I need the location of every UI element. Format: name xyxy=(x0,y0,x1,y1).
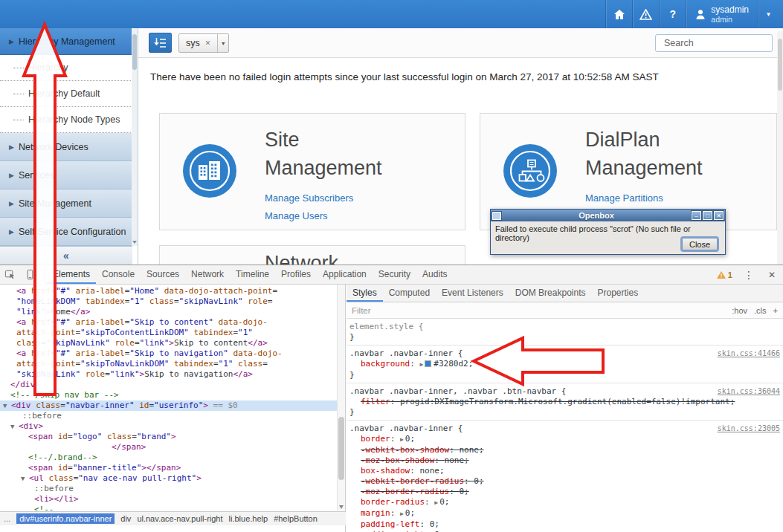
dom-tree-line[interactable]: <a href="#" aria-label="Skip to content"… xyxy=(0,317,337,328)
link-manage-users[interactable]: Manage Users xyxy=(265,207,353,225)
dom-tree-line[interactable]: ::before xyxy=(0,484,337,494)
scrollbar-thumb[interactable] xyxy=(338,417,344,480)
dom-tree-line[interactable]: ▼<div class="navbar-inner" id="userinfo"… xyxy=(0,400,337,411)
new-style-rule-button[interactable]: + xyxy=(773,306,778,315)
sidebar-item-hierarchy-management[interactable]: ▶ Hierarchy Management xyxy=(0,28,132,55)
dom-tree-line[interactable]: ::before xyxy=(0,411,337,421)
expand-arrow-icon[interactable]: ▶ xyxy=(400,436,404,443)
pseudo-state-toggle[interactable]: :hov xyxy=(732,306,747,315)
style-property[interactable]: margin: ▶0; xyxy=(349,508,780,519)
close-window-button[interactable]: ✕ xyxy=(714,211,724,220)
tab-dropdown[interactable]: ▼ xyxy=(217,34,228,52)
style-property[interactable]: -webkit-border-radius: 0; xyxy=(349,476,780,487)
device-toolbar-icon[interactable] xyxy=(20,269,40,280)
sidebar-item-network-devices[interactable]: ▶ Network Devices xyxy=(0,133,132,161)
dom-tree-line[interactable]: ▼<div> xyxy=(0,421,337,432)
expand-arrow-icon[interactable]: ▶ xyxy=(419,361,423,368)
dom-tree-line[interactable]: <a href="#" aria-label="Skip to navigati… xyxy=(0,348,337,359)
sidebar-item-hierarchy-default[interactable]: Hierarchy Default xyxy=(0,81,132,107)
dom-tree-line[interactable]: </div> xyxy=(0,380,337,390)
main-scrollbar[interactable] xyxy=(777,31,783,265)
style-property[interactable]: border-radius: ▶0; xyxy=(349,497,780,508)
rule-selector[interactable]: element.style { xyxy=(349,322,780,332)
dom-tree-line[interactable]: "link">Home</a> xyxy=(0,307,337,317)
breadcrumb-item[interactable]: li.blue.help xyxy=(229,514,268,523)
style-property[interactable]: border: ▶0; xyxy=(349,434,780,445)
expand-arrow-icon[interactable]: ▶ xyxy=(400,510,404,517)
breadcrumb-item[interactable]: ul.nav.ace-nav.pull-right xyxy=(137,514,222,523)
breadcrumb-item[interactable]: div xyxy=(120,514,131,523)
styles-subtab-styles[interactable]: Styles xyxy=(347,285,383,302)
rule-selector[interactable]: .navbar .navbar-inner { xyxy=(349,348,712,359)
link-manage-subscribers[interactable]: Manage Subscribers xyxy=(265,189,353,207)
breadcrumb-overflow[interactable]: ... xyxy=(4,514,10,523)
devtools-tab-console[interactable]: Console xyxy=(96,265,141,284)
devtools-tab-security[interactable]: Security xyxy=(373,265,416,284)
dom-tree-line[interactable]: <!-- xyxy=(0,505,337,510)
help-button[interactable]: ? xyxy=(659,0,686,28)
styles-subtab-computed[interactable]: Computed xyxy=(383,285,436,302)
search-input[interactable] xyxy=(664,38,783,48)
dom-tree-line[interactable]: <span id="banner-title"></span> xyxy=(0,463,337,473)
elements-scrollbar[interactable] xyxy=(337,285,345,510)
stylesheet-link[interactable]: skin.css:36044 xyxy=(718,386,780,397)
link-manage-partitions[interactable]: Manage Partitions xyxy=(585,189,663,207)
styles-subtab-properties[interactable]: Properties xyxy=(591,285,644,302)
user-menu-caret[interactable]: ▼ xyxy=(758,0,779,28)
sidebar-item-hierarchy[interactable]: Hierarchy xyxy=(0,55,132,81)
stylesheet-link[interactable]: skin.css:41466 xyxy=(718,348,780,359)
devtools-tab-profiles[interactable]: Profiles xyxy=(275,265,317,284)
dialog-titlebar[interactable]: Openbox – □ ✕ xyxy=(491,210,725,221)
expand-arrow-icon[interactable]: ▶ xyxy=(434,499,438,506)
tab-sys[interactable]: sys ✕ ▼ xyxy=(178,33,229,53)
minimize-button[interactable]: – xyxy=(692,211,701,220)
dom-tree-line[interactable]: attach-point="skipToContentLinkDOM" tabi… xyxy=(0,328,337,338)
dom-tree-line[interactable]: </span> xyxy=(0,442,337,452)
styles-subtab-event-listeners[interactable]: Event Listeners xyxy=(436,285,509,302)
devtools-tab-elements[interactable]: Elements xyxy=(47,265,96,284)
style-property[interactable]: box-shadow: none; xyxy=(349,466,780,476)
scrollbar-thumb[interactable] xyxy=(778,39,782,91)
dom-tree-line[interactable]: <span id="logo" class="brand"> xyxy=(0,432,337,442)
console-warning-badge[interactable]: 1 xyxy=(712,270,737,279)
sidebar-item-site-management[interactable]: ▶ Site Management xyxy=(0,189,132,218)
maximize-button[interactable]: □ xyxy=(703,211,712,220)
dom-tree-line[interactable]: "homeLinkDOM" tabindex="1" class="skipNa… xyxy=(0,296,337,307)
style-property[interactable]: filter: progid:DXImageTransform.Microsof… xyxy=(349,397,780,407)
user-menu[interactable]: sysadmin admin xyxy=(686,0,758,28)
dom-tree-line[interactable]: attach-point="skipToNavLinkDOM" tabindex… xyxy=(0,359,337,369)
dom-tree-line[interactable]: <!-- /skip nav bar --> xyxy=(0,390,337,400)
close-button[interactable]: Close xyxy=(682,238,718,250)
devtools-tab-audits[interactable]: Audits xyxy=(416,265,453,284)
styles-subtab-dom-breakpoints[interactable]: DOM Breakpoints xyxy=(509,285,592,302)
devtools-tab-application[interactable]: Application xyxy=(317,265,373,284)
scrollbar-down-arrow[interactable] xyxy=(339,505,344,509)
tab-sys-main[interactable]: sys ✕ xyxy=(179,34,217,52)
devtools-tab-network[interactable]: Network xyxy=(185,265,230,284)
dom-tree-line[interactable]: <li></li> xyxy=(0,494,337,505)
sidebar-scrollbar[interactable] xyxy=(132,28,138,246)
hierarchy-menu-button[interactable] xyxy=(149,33,172,53)
style-property[interactable]: background: ▶#3280d2; xyxy=(349,359,780,370)
sidebar-item-hierarchy-node-types[interactable]: Hierarchy Node Types xyxy=(0,107,132,133)
dom-tree-line[interactable]: "skipNavLink" role="link">Skip to naviga… xyxy=(0,369,337,380)
style-property[interactable]: -moz-box-shadow: none; xyxy=(349,455,780,466)
breadcrumb-item[interactable]: #helpButton xyxy=(274,514,318,523)
devtools-tab-sources[interactable]: Sources xyxy=(141,265,185,284)
dom-tree-line[interactable]: ▼<ul class="nav ace-nav pull-right"> xyxy=(0,473,337,484)
dom-tree-line[interactable]: <a href="#" aria-label="Home" data-dojo-… xyxy=(0,286,337,296)
sidebar-item-services[interactable]: ▶ Services xyxy=(0,161,132,189)
home-button[interactable] xyxy=(605,0,632,28)
devtools-menu-icon[interactable]: ⋮ xyxy=(737,269,761,281)
style-property[interactable]: padding-left: 0; xyxy=(349,519,780,530)
scrollbar-thumb[interactable] xyxy=(132,34,137,70)
stylesheet-link[interactable]: skin.css:23005 xyxy=(718,424,780,434)
color-swatch[interactable] xyxy=(425,360,431,367)
sidebar-collapse-button[interactable]: « xyxy=(0,246,132,265)
devtools-tab-timeline[interactable]: Timeline xyxy=(230,265,275,284)
breadcrumb-item-selected[interactable]: div#userinfo.navbar-inner xyxy=(16,513,115,524)
rule-selector[interactable]: .navbar .navbar-inner, .navbar .btn-navb… xyxy=(349,386,712,397)
class-toggle[interactable]: .cls xyxy=(754,306,767,315)
style-property[interactable]: -moz-border-radius: 0; xyxy=(349,487,780,497)
sidebar-item-self-service-configuration[interactable]: ▶ Self Service Configuration xyxy=(0,218,132,246)
